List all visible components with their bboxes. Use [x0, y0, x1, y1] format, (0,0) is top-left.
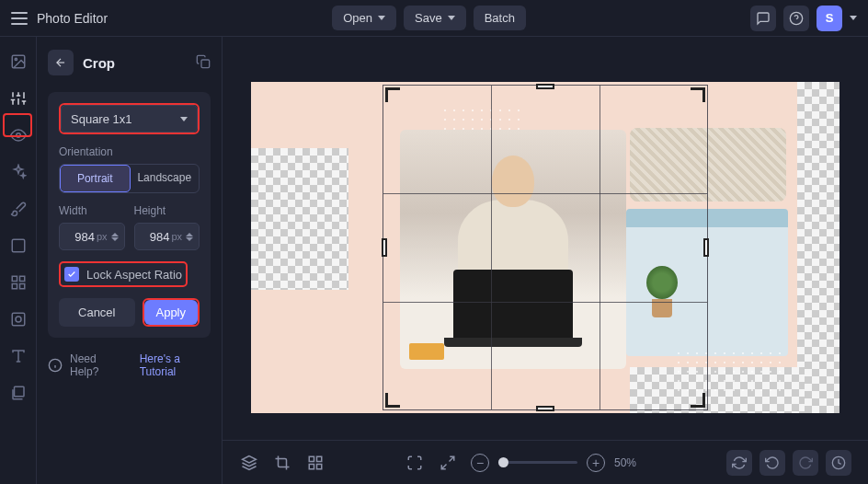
frame-tool-icon[interactable]	[8, 236, 29, 256]
svg-rect-17	[19, 284, 24, 289]
tutorial-link[interactable]: Here's a Tutorial	[140, 352, 211, 378]
compare-icon[interactable]	[726, 450, 752, 476]
svg-rect-31	[317, 456, 322, 461]
chevron-down-icon[interactable]	[850, 16, 857, 20]
zoom-out-button[interactable]: −	[471, 454, 489, 472]
redo-icon[interactable]	[793, 450, 818, 476]
svg-line-34	[450, 456, 454, 461]
layers-tool-icon[interactable]	[8, 383, 29, 403]
svg-rect-14	[12, 239, 25, 252]
width-up[interactable]	[111, 233, 119, 236]
history-icon[interactable]	[826, 450, 851, 476]
width-input[interactable]: 984px	[59, 223, 125, 250]
dot-pattern	[674, 349, 784, 395]
checkbox-checked-icon	[64, 267, 79, 282]
crop-handle-tl[interactable]	[385, 87, 400, 102]
batch-button[interactable]: Batch	[474, 6, 526, 30]
height-down[interactable]	[186, 237, 193, 241]
orientation-landscape[interactable]: Landscape	[131, 165, 200, 192]
fit-screen-icon[interactable]	[405, 453, 425, 473]
orientation-portrait[interactable]: Portrait	[60, 165, 131, 192]
height-label: Height	[134, 204, 200, 217]
hamburger-icon[interactable]	[11, 12, 28, 25]
copy-icon[interactable]	[196, 54, 211, 72]
width-down[interactable]	[111, 237, 119, 241]
orientation-label: Orientation	[59, 145, 200, 158]
svg-rect-15	[12, 276, 17, 281]
lock-aspect-checkbox[interactable]: Lock Aspect Ratio	[59, 261, 188, 287]
main-photo	[400, 130, 626, 369]
zoom-slider[interactable]	[498, 461, 577, 464]
crop-handle-left[interactable]	[382, 238, 387, 257]
svg-point-13	[16, 133, 20, 138]
back-button[interactable]	[48, 50, 74, 75]
crop-handle-tr[interactable]	[691, 87, 705, 102]
background-tool-icon[interactable]	[8, 309, 29, 329]
cancel-button[interactable]: Cancel	[59, 298, 135, 327]
height-up[interactable]	[186, 233, 193, 236]
brush-tool-icon[interactable]	[8, 199, 29, 219]
undo-icon[interactable]	[760, 450, 785, 476]
plant-image	[646, 266, 678, 319]
svg-rect-25	[201, 60, 210, 68]
layers-icon[interactable]	[239, 453, 259, 473]
svg-line-35	[441, 464, 446, 468]
zoom-in-button[interactable]: +	[587, 454, 605, 472]
svg-rect-16	[19, 276, 24, 281]
help-row: Need Help? Here's a Tutorial	[48, 352, 211, 378]
panel-title: Crop	[83, 55, 187, 71]
chevron-down-icon	[180, 117, 188, 121]
grid-view-icon[interactable]	[305, 453, 326, 473]
eye-tool-icon[interactable]	[8, 125, 29, 145]
apply-button[interactable]: Apply	[144, 300, 199, 325]
avatar[interactable]: S	[817, 6, 842, 31]
save-button[interactable]: Save	[404, 6, 466, 30]
crop-icon[interactable]	[272, 453, 292, 473]
svg-rect-18	[12, 284, 17, 289]
chevron-down-icon	[378, 16, 385, 20]
svg-point-20	[16, 317, 21, 322]
bottom-bar: − + 50%	[223, 440, 868, 484]
svg-rect-32	[317, 464, 322, 468]
svg-rect-23	[14, 386, 24, 397]
actual-size-icon[interactable]	[438, 453, 458, 473]
help-icon[interactable]	[783, 6, 809, 31]
chat-icon[interactable]	[750, 6, 776, 31]
text-tool-icon[interactable]	[8, 346, 29, 366]
sparkle-tool-icon[interactable]	[8, 162, 29, 182]
transparency-region	[797, 82, 839, 413]
crop-handle-bottom[interactable]	[536, 406, 554, 411]
width-label: Width	[59, 204, 125, 217]
height-input[interactable]: 984px	[134, 223, 200, 250]
grid-tool-icon[interactable]	[8, 272, 29, 293]
svg-marker-29	[243, 455, 257, 463]
svg-rect-30	[309, 456, 314, 461]
crop-panel: Crop Square 1x1 Orientation Portrait Lan…	[37, 37, 223, 484]
info-icon	[48, 357, 63, 374]
adjust-tool-icon[interactable]	[8, 88, 29, 109]
zoom-percent: 50%	[614, 456, 647, 469]
canvas[interactable]	[251, 82, 839, 413]
svg-rect-19	[12, 313, 25, 326]
app-title: Photo Editor	[37, 11, 108, 26]
chevron-down-icon	[448, 16, 455, 20]
transparency-region	[251, 148, 348, 290]
svg-rect-33	[309, 464, 314, 468]
crop-handle-top[interactable]	[536, 84, 554, 89]
image-tool-icon[interactable]	[8, 52, 29, 72]
tool-rail	[0, 37, 37, 484]
knit-image	[630, 128, 786, 202]
open-button[interactable]: Open	[332, 6, 396, 30]
aspect-ratio-select[interactable]: Square 1x1	[61, 105, 198, 133]
svg-point-3	[15, 58, 17, 60]
crop-handle-bl[interactable]	[385, 393, 400, 408]
top-bar: Photo Editor Open Save Batch S	[0, 0, 868, 37]
